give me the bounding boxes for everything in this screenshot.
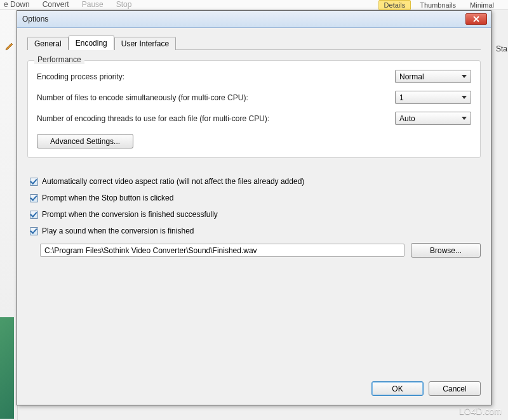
close-icon — [473, 16, 479, 22]
advanced-settings-button[interactable]: Advanced Settings... — [37, 134, 133, 148]
background-view-tabs: Details Thumbnails Minimal — [378, 0, 499, 10]
threads-value: Auto — [399, 114, 462, 123]
files-value: 1 — [399, 93, 462, 102]
titlebar: Options — [17, 11, 491, 28]
chevron-down-icon — [462, 75, 467, 78]
options-dialog: Options General Encoding User Interface … — [17, 10, 491, 405]
files-select[interactable]: 1 — [395, 91, 471, 104]
view-tab-minimal[interactable]: Minimal — [465, 1, 499, 10]
tab-strip: General Encoding User Interface — [27, 36, 481, 50]
watermark: LO4D.com — [459, 406, 502, 416]
background-right-label: Sta — [496, 44, 507, 53]
finish-prompt-label: Prompt when the conversion is finished s… — [42, 210, 218, 219]
files-label: Number of files to encode simultaneously… — [37, 93, 395, 102]
close-button[interactable] — [465, 13, 487, 25]
stop-prompt-checkbox[interactable] — [30, 194, 38, 202]
play-sound-label: Play a sound when the conversion is fini… — [42, 226, 194, 235]
dialog-footer: OK Cancel — [371, 381, 481, 396]
cancel-button[interactable]: Cancel — [429, 381, 481, 396]
tab-encoding[interactable]: Encoding — [69, 36, 114, 50]
toolbar-item-disabled: Stop — [116, 0, 132, 10]
chevron-down-icon — [462, 117, 467, 120]
priority-value: Normal — [399, 72, 462, 81]
sound-path-value: C:\Program Files\Sothink Video Converter… — [44, 246, 257, 255]
performance-legend: Performance — [34, 55, 84, 64]
view-tab-details[interactable]: Details — [378, 0, 411, 10]
toolbar-item[interactable]: Convert — [43, 0, 69, 10]
tab-user-interface[interactable]: User Interface — [114, 37, 176, 50]
priority-select[interactable]: Normal — [395, 70, 471, 83]
background-desktop-sliver — [0, 317, 14, 419]
browse-button[interactable]: Browse... — [411, 243, 481, 258]
ok-button[interactable]: OK — [371, 381, 424, 396]
chevron-down-icon — [462, 96, 467, 99]
toolbar-item-disabled: Pause — [82, 0, 104, 10]
threads-label: Number of encoding threads to use for ea… — [37, 114, 395, 123]
performance-group: Performance Encoding process priority: N… — [27, 60, 481, 158]
aspect-ratio-label: Automatically correct video aspect ratio… — [42, 177, 304, 186]
view-tab-thumbnails[interactable]: Thumbnails — [415, 1, 461, 10]
tab-general[interactable]: General — [27, 37, 69, 50]
play-sound-checkbox[interactable] — [30, 227, 38, 235]
pencil-icon — [5, 41, 15, 51]
dialog-title: Options — [22, 15, 465, 23]
aspect-ratio-checkbox[interactable] — [30, 178, 38, 186]
toolbar-item[interactable]: e Down — [4, 0, 30, 10]
threads-select[interactable]: Auto — [395, 112, 471, 125]
sound-path-input[interactable]: C:\Program Files\Sothink Video Converter… — [40, 244, 404, 257]
priority-label: Encoding process priority: — [37, 72, 395, 81]
finish-prompt-checkbox[interactable] — [30, 211, 38, 219]
stop-prompt-label: Prompt when the Stop button is clicked — [42, 194, 173, 202]
